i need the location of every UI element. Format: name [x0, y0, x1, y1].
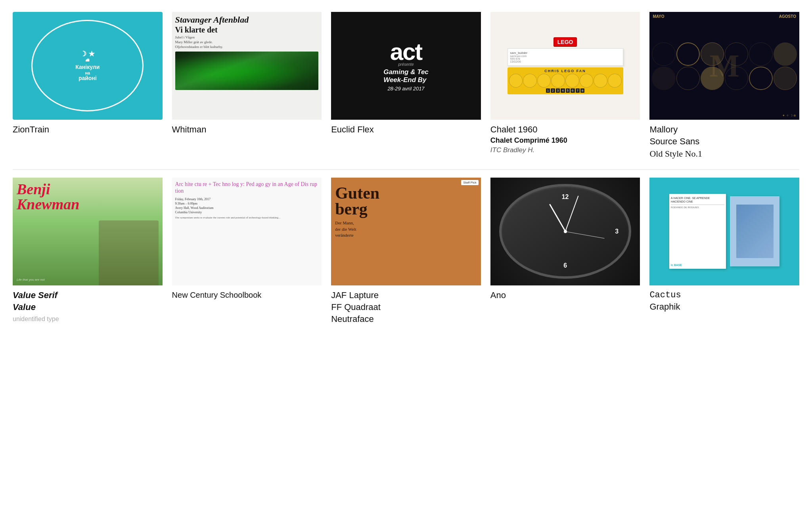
font-name-neutraface: Neutraface — [331, 314, 481, 324]
font-name-chalet-tertiary: ITC Bradley H. — [490, 146, 640, 154]
font-image-cactus: A HACER CINE. SE APRENDE HACIENDO CINE R… — [649, 178, 799, 285]
font-image-whitman: Stavanger Aftenblad Vi klarte det Jubel … — [172, 12, 322, 120]
font-name-old-style: Old Style No.1 — [649, 149, 799, 159]
font-name-quadraat: FF Quadraat — [331, 302, 481, 312]
font-card-mallory[interactable]: MAYO AGOSTO — [645, 8, 804, 165]
font-card-chalet[interactable]: LEGO sam_builder samruxx.com555 67813/02… — [486, 8, 645, 165]
font-name-ano: Ano — [490, 290, 640, 300]
font-image-ano: 12 3 6 — [490, 178, 640, 285]
font-image-ziontrain: ☽ ★ 🏙 Канікули на районі — [13, 12, 163, 120]
font-card-jaf[interactable]: Staff Pick Gutenberg Der Mann,der die We… — [326, 174, 486, 333]
font-name-mallory: Mallory — [649, 124, 799, 135]
font-grid: ☽ ★ 🏙 Канікули на районі ZionTrain Stava… — [0, 0, 812, 333]
font-card-ano[interactable]: 12 3 6 Ano — [486, 174, 645, 333]
font-card-cactus[interactable]: A HACER CINE. SE APRENDE HACIENDO CINE R… — [645, 174, 804, 333]
font-image-euclid: act présente Gaming & TecWeek-End By 28-… — [331, 12, 481, 120]
font-name-chalet-primary: Chalet 1960 — [490, 124, 640, 135]
font-name-graphik: Graphik — [649, 302, 799, 312]
font-card-whitman[interactable]: Stavanger Aftenblad Vi klarte det Jubel … — [167, 8, 327, 165]
font-name-chalet-secondary: Chalet Comprimé 1960 — [490, 136, 640, 145]
font-name-ziontrain: ZionTrain — [13, 124, 163, 135]
font-card-euclid[interactable]: act présente Gaming & TecWeek-End By 28-… — [326, 8, 486, 165]
font-image-value: BenjiKnewman Life that you are not — [13, 178, 163, 285]
font-card-value[interactable]: BenjiKnewman Life that you are not Value… — [8, 174, 167, 333]
font-name-whitman: Whitman — [172, 124, 322, 135]
font-card-ziontrain[interactable]: ☽ ★ 🏙 Канікули на районі ZionTrain — [8, 8, 167, 165]
font-name-cactus: Cactus — [649, 290, 799, 300]
font-name-unidentified: unidentified type — [13, 316, 163, 323]
font-image-mallory: MAYO AGOSTO — [649, 12, 799, 120]
font-card-newcentury[interactable]: Arc hite ctu re + Tec hno log y: Ped ago… — [167, 174, 327, 333]
font-image-newcentury: Arc hite ctu re + Tec hno log y: Ped ago… — [172, 178, 322, 285]
font-name-value: Value — [13, 302, 163, 312]
font-name-value-serif: Value Serif — [13, 290, 163, 300]
row-divider — [13, 169, 799, 170]
font-name-euclid: Euclid Flex — [331, 124, 481, 135]
font-name-newcentury: New Century Schoolbook — [172, 290, 322, 300]
font-name-source-sans: Source Sans — [649, 136, 799, 147]
font-name-jaf: JAF Lapture — [331, 290, 481, 300]
font-image-jaf: Staff Pick Gutenberg Der Mann,der die We… — [331, 178, 481, 285]
font-image-chalet: LEGO sam_builder samruxx.com555 67813/02… — [490, 12, 640, 120]
